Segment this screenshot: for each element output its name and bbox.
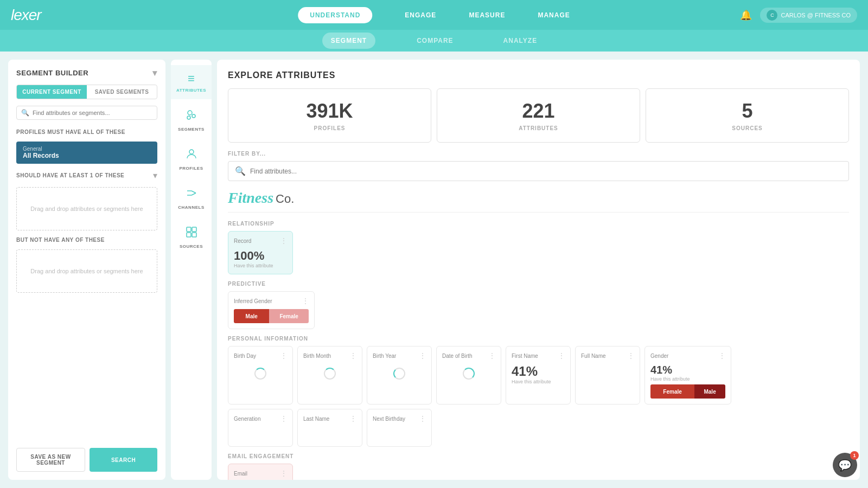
chat-bubble-button[interactable]: 💬 1: [833, 453, 857, 477]
gender-card[interactable]: Gender ⋮ 41% Have this attribute Female …: [644, 346, 731, 404]
inf-male-segment: Male: [234, 309, 269, 323]
user-badge[interactable]: C CARLOS @ FITNESS CO: [760, 8, 857, 23]
sources-label: SOURCES: [180, 244, 203, 249]
inferred-gender-card[interactable]: Inferred Gender ⋮ Male Female: [228, 291, 315, 329]
measure-link[interactable]: MEASURE: [469, 11, 505, 19]
search-input[interactable]: [33, 110, 152, 116]
svg-rect-10: [187, 233, 191, 237]
brand-co: Co.: [276, 192, 294, 206]
email-menu-icon[interactable]: ⋮: [280, 470, 287, 477]
record-attr-card[interactable]: Record ⋮ 100% Have this attribute: [228, 231, 293, 274]
filter-section: FILTER BY... 🔍: [228, 151, 849, 181]
drop-zone-hint: Drag and drop attributes or segments her…: [30, 206, 143, 212]
svg-point-1: [192, 114, 195, 118]
attribute-search-box: 🔍: [16, 106, 157, 120]
next-birthday-menu-icon[interactable]: ⋮: [419, 415, 426, 422]
attributes-icon: ≡: [188, 72, 195, 86]
engage-link[interactable]: ENGAGE: [405, 11, 436, 19]
record-menu-icon[interactable]: ⋮: [280, 237, 287, 245]
email-cards: Email ⋮: [228, 464, 849, 480]
profiles-label: PROFILES: [179, 166, 203, 171]
record-sub: Have this attribute: [234, 263, 287, 268]
date-of-birth-card[interactable]: Date of Birth ⋮: [436, 346, 501, 404]
birth-month-spinner: [303, 364, 356, 383]
save-as-new-segment-button[interactable]: SAVE AS NEW SEGMENT: [16, 448, 85, 472]
main-nav: UNDERSTAND ENGAGE MEASURE MANAGE: [298, 7, 570, 23]
tab-analyze[interactable]: ANALYZE: [495, 33, 546, 49]
segment-tabs: CURRENT SEGMENT SAVED SEGMENTS: [16, 85, 157, 99]
generation-menu-icon[interactable]: ⋮: [280, 415, 287, 422]
chevron-down-icon-2[interactable]: ▾: [153, 170, 157, 181]
birth-year-menu-icon[interactable]: ⋮: [419, 352, 426, 359]
search-button[interactable]: SEARCH: [90, 448, 157, 472]
date-of-birth-menu-icon[interactable]: ⋮: [489, 352, 495, 359]
predictive-section-title: PREDICTIVE: [228, 281, 849, 287]
svg-rect-11: [192, 233, 196, 237]
should-have-label: SHOULD HAVE AT LEAST 1 OF THESE: [16, 172, 124, 178]
gender-menu-icon[interactable]: ⋮: [719, 352, 725, 359]
segment-builder-panel: SEGMENT BUILDER ▾ CURRENT SEGMENT SAVED …: [8, 60, 165, 480]
svg-point-2: [187, 116, 190, 119]
inf-female-segment: Female: [269, 309, 309, 323]
birth-day-menu-icon[interactable]: ⋮: [280, 352, 287, 359]
full-name-card[interactable]: Full Name ⋮: [575, 346, 640, 404]
svg-rect-8: [187, 227, 191, 232]
full-name-menu-icon[interactable]: ⋮: [628, 352, 634, 359]
filter-search-box: 🔍: [228, 161, 849, 181]
nav-sources[interactable]: SOURCES: [171, 219, 212, 255]
first-name-menu-icon[interactable]: ⋮: [558, 352, 565, 359]
first-name-card[interactable]: First Name ⋮ 41% Have this attribute: [506, 346, 571, 404]
chat-badge: 1: [850, 451, 859, 460]
sub-navigation: SEGMENT COMPARE ANALYZE: [0, 30, 868, 52]
gender-attr-label: Have this attribute: [650, 376, 725, 382]
attributes-label: ATTRIBUTES: [176, 88, 206, 93]
should-have-section-header: SHOULD HAVE AT LEAST 1 OF THESE ▾: [16, 170, 157, 181]
manage-link[interactable]: MANAGE: [538, 11, 570, 19]
all-records-tag[interactable]: General All Records: [16, 142, 157, 164]
stats-row: 391K PROFILES 221 ATTRIBUTES 5 SOURCES: [228, 88, 849, 143]
record-label: Record: [234, 238, 251, 244]
nav-segments[interactable]: SEGMENTS: [171, 102, 212, 138]
birth-month-menu-icon[interactable]: ⋮: [350, 352, 356, 359]
not-have-drop-zone[interactable]: Drag and drop attributes or segments her…: [16, 249, 157, 293]
email-card[interactable]: Email ⋮: [228, 464, 293, 480]
segments-icon: [185, 108, 198, 125]
birth-year-spinner: [373, 364, 426, 383]
search-icon: 🔍: [21, 109, 29, 117]
gender-bar: Female Male: [650, 384, 725, 399]
nav-attributes[interactable]: ≡ ATTRIBUTES: [171, 65, 212, 99]
filter-label: FILTER BY...: [228, 151, 849, 157]
not-have-label: BUT NOT HAVE ANY OF THESE: [16, 237, 105, 243]
nav-profiles[interactable]: PROFILES: [171, 141, 212, 177]
tab-segment[interactable]: SEGMENT: [322, 33, 375, 49]
svg-point-0: [188, 111, 192, 115]
predictive-cards: Inferred Gender ⋮ Male Female: [228, 291, 849, 329]
tab-current-segment[interactable]: CURRENT SEGMENT: [17, 85, 87, 99]
attributes-count: 221: [448, 100, 629, 123]
personal-cards-row2: Generation ⋮ Last Name ⋮ Next Birthday ⋮: [228, 409, 849, 447]
tab-compare[interactable]: COMPARE: [408, 33, 462, 49]
user-label: CARLOS @ FITNESS CO: [781, 12, 851, 18]
generation-card[interactable]: Generation ⋮: [228, 409, 293, 447]
birth-month-card[interactable]: Birth Month ⋮: [297, 346, 362, 404]
personal-cards-row1: Birth Day ⋮ Birth Month ⋮: [228, 346, 849, 404]
bell-icon[interactable]: 🔔: [740, 9, 752, 21]
birth-year-card[interactable]: Birth Year ⋮: [367, 346, 432, 404]
last-name-menu-icon[interactable]: ⋮: [350, 415, 356, 422]
nav-channels[interactable]: CHANNELS: [171, 180, 212, 216]
birth-day-card[interactable]: Birth Day ⋮: [228, 346, 293, 404]
inferred-gender-bar: Male Female: [234, 309, 309, 323]
next-birthday-card[interactable]: Next Birthday ⋮: [367, 409, 432, 447]
filter-search-input[interactable]: [250, 168, 842, 175]
tab-saved-segments[interactable]: SAVED SEGMENTS: [87, 85, 157, 99]
tag-subtitle: General: [23, 146, 151, 152]
explore-attributes-panel: EXPLORE ATTRIBUTES 391K PROFILES 221 ATT…: [217, 60, 860, 480]
should-have-drop-zone[interactable]: Drag and drop attributes or segments her…: [16, 187, 157, 230]
chevron-down-icon[interactable]: ▾: [152, 68, 157, 78]
understand-button[interactable]: UNDERSTAND: [298, 7, 372, 23]
last-name-card[interactable]: Last Name ⋮: [297, 409, 362, 447]
inferred-gender-menu-icon[interactable]: ⋮: [302, 297, 309, 305]
brand-script: Fitness: [228, 189, 273, 207]
app-logo: lexer: [11, 7, 41, 24]
brand-name: Fitness Co.: [228, 189, 849, 207]
